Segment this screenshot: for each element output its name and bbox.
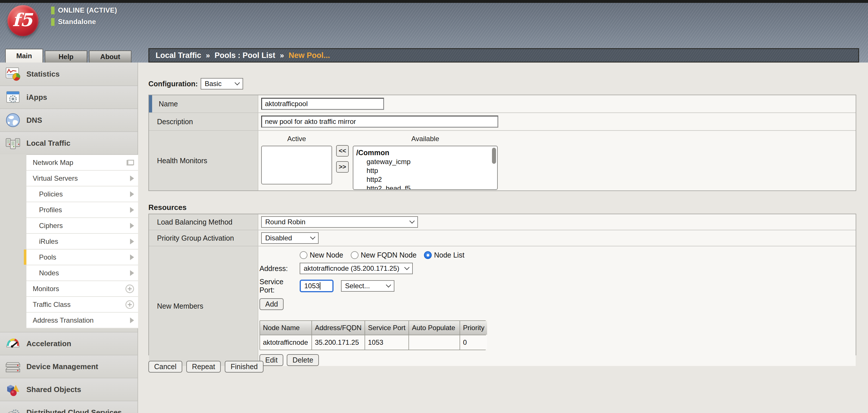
name-value-cell: aktotrafficpool <box>258 95 856 112</box>
sidebar-item-label: Statistics <box>26 70 60 78</box>
finished-button[interactable]: Finished <box>225 361 264 373</box>
description-row: Description new pool for akto traffic mi… <box>149 113 856 131</box>
member-node-name: aktotrafficnode <box>260 335 311 350</box>
radio-new-node[interactable] <box>300 251 307 259</box>
tab-main[interactable]: Main <box>5 49 43 63</box>
configuration-select[interactable]: Basic <box>200 78 243 90</box>
name-row: Name aktotrafficpool <box>149 95 856 113</box>
statistics-icon <box>5 66 21 82</box>
dns-globe-icon <box>5 112 21 129</box>
description-input[interactable]: new pool for akto traffic mirror <box>261 115 498 128</box>
active-item-indicator <box>24 249 26 265</box>
monitor-option[interactable]: http2 <box>356 175 489 184</box>
new-members-label-cell: New Members <box>149 246 258 366</box>
address-label: Address: <box>259 265 300 273</box>
chevron-right-icon <box>130 270 134 276</box>
chevron-down-icon <box>310 234 315 239</box>
sidebar-item-dns[interactable]: DNS <box>0 108 137 131</box>
add-member-button[interactable]: Add <box>259 298 284 310</box>
resources-table: Load Balancing Method Round Robin Priori… <box>148 214 856 355</box>
resources-heading: Resources <box>148 203 187 212</box>
plus-circle-icon[interactable] <box>125 300 134 309</box>
sidebar-item-nodes[interactable]: Nodes <box>26 265 138 281</box>
tab-about[interactable]: About <box>89 50 131 63</box>
sidebar-item-shared-objects[interactable]: Shared Objects <box>0 378 137 401</box>
tab-help[interactable]: Help <box>45 50 87 63</box>
available-monitors-listbox[interactable]: /Common gateway_icmp http http2 http2_he… <box>353 146 498 190</box>
sidebar-item-label: DNS <box>26 116 42 125</box>
member-service-port: 1053 <box>365 335 408 350</box>
sidebar-item-policies[interactable]: Policies <box>26 186 138 202</box>
sidebar-item-label: Acceleration <box>26 339 71 348</box>
sidebar-item-network-map[interactable]: Network Map <box>26 155 138 171</box>
move-to-active-button[interactable]: << <box>336 145 349 157</box>
active-header: Active <box>261 135 332 143</box>
delete-member-button[interactable]: Delete <box>287 354 319 366</box>
status-green-indicator <box>51 7 55 14</box>
sidebar-item-local-traffic[interactable]: Local Traffic <box>0 131 137 154</box>
chevron-right-icon <box>130 223 134 229</box>
sidebar-item-profiles[interactable]: Profiles <box>26 202 138 218</box>
sidebar-item-label: Device Management <box>26 362 98 371</box>
monitor-option[interactable]: http2_head_f5 <box>356 184 489 190</box>
chevron-down-icon <box>235 80 240 85</box>
chevron-down-icon <box>386 282 391 287</box>
sidebar-item-acceleration[interactable]: Acceleration <box>0 332 137 355</box>
priority-group-select[interactable]: Disabled <box>261 232 319 244</box>
shared-objects-icon <box>5 381 21 398</box>
new-members-row: New Members New Node New FQDN Node Node … <box>149 246 856 355</box>
active-monitors-listbox[interactable] <box>261 146 332 184</box>
breadcrumb-local-traffic[interactable]: Local Traffic <box>156 51 201 60</box>
breadcrumb-pool-list[interactable]: Pools : Pool List <box>215 51 276 60</box>
radio-new-fqdn-node[interactable] <box>351 251 359 259</box>
health-monitors-row: Health Monitors Active << >> Available /… <box>149 131 856 191</box>
col-auto-populate: Auto Populate <box>409 321 460 335</box>
col-priority: Priority <box>460 321 487 335</box>
lb-method-label-cell: Load Balancing Method <box>149 214 258 230</box>
chevron-right-icon <box>130 317 134 323</box>
available-header: Available <box>353 135 498 143</box>
shuttle-buttons: << >> <box>336 135 349 177</box>
sidebar-item-iapps[interactable]: iApps <box>0 85 137 108</box>
distributed-cloud-icon <box>5 404 21 413</box>
service-port-input[interactable]: 1053 <box>300 280 334 292</box>
members-table: Node Name Address/FQDN Service Port Auto… <box>259 320 486 350</box>
lb-method-select[interactable]: Round Robin <box>261 216 418 228</box>
member-type-radios: New Node New FQDN Node Node List <box>300 251 856 259</box>
repeat-button[interactable]: Repeat <box>186 361 221 373</box>
sidebar-item-label: Local Traffic <box>26 139 70 148</box>
plus-circle-icon[interactable] <box>125 284 134 293</box>
sidebar-item-address-translation[interactable]: Address Translation <box>26 313 138 329</box>
member-row[interactable]: aktotrafficnode 35.200.171.25 1053 0 <box>260 335 485 350</box>
active-column: Active <box>261 135 332 184</box>
port-name-select[interactable]: Select... <box>341 280 394 292</box>
monitor-option[interactable]: gateway_icmp <box>356 157 489 166</box>
address-select[interactable]: aktotrafficnode (35.200.171.25) <box>300 263 413 274</box>
sidebar-item-virtual-servers[interactable]: Virtual Servers <box>26 171 138 186</box>
radio-node-list-label: Node List <box>434 251 464 259</box>
new-members-value-cell: New Node New FQDN Node Node List Address… <box>258 246 856 366</box>
sidebar-item-pools[interactable]: Pools <box>26 249 138 265</box>
radio-node-list[interactable] <box>424 251 432 259</box>
sidebar-item-monitors[interactable]: Monitors <box>26 281 138 297</box>
monitor-option[interactable]: http <box>356 166 489 175</box>
cancel-button[interactable]: Cancel <box>148 361 182 373</box>
sidebar-item-statistics[interactable]: Statistics <box>0 63 137 85</box>
sidebar-item-ciphers[interactable]: Ciphers <box>26 218 138 234</box>
sidebar-item-traffic-class[interactable]: Traffic Class <box>26 297 138 313</box>
text-caret <box>320 282 320 290</box>
f5-logo[interactable]: f5 <box>7 5 38 36</box>
sidebar-item-distributed-cloud-services[interactable]: Distributed Cloud Services <box>0 401 137 413</box>
chevron-down-icon <box>409 218 414 223</box>
sidebar-item-label: Shared Objects <box>26 385 81 394</box>
sidebar-item-irules[interactable]: iRules <box>26 234 138 249</box>
f5-logo-text: f5 <box>12 11 32 29</box>
name-input[interactable]: aktotrafficpool <box>261 98 384 110</box>
status-standalone-label: Standalone <box>58 18 96 26</box>
sidebar-item-device-management[interactable]: Device Management <box>0 355 137 378</box>
scrollbar-thumb[interactable] <box>492 148 496 164</box>
chevron-right-icon <box>130 239 134 244</box>
monitor-partition[interactable]: /Common <box>356 148 489 157</box>
move-to-available-button[interactable]: >> <box>336 161 349 173</box>
main-tab-bar: Main Help About <box>5 49 133 63</box>
